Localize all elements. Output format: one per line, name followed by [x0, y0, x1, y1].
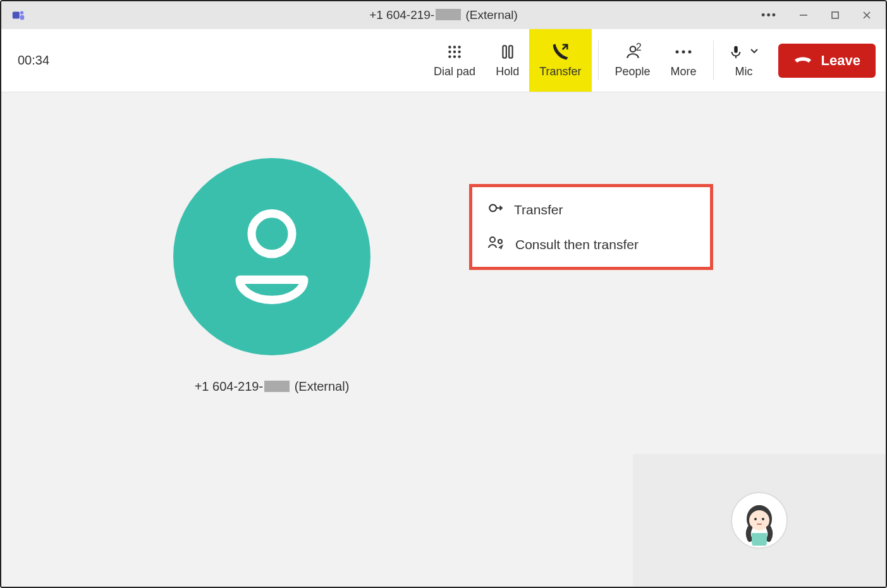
- svg-rect-16: [503, 46, 506, 58]
- people-count: 2: [636, 42, 642, 53]
- title-phone-prefix: +1 604-219-: [369, 8, 434, 21]
- more-icon: [674, 42, 693, 61]
- transfer-label: Transfer: [539, 65, 581, 78]
- svg-point-13: [448, 55, 451, 58]
- call-toolbar: 00:34 Dial pad Hold Transfer 2 People: [1, 29, 886, 92]
- call-stage: +1 604-219- (External) Transfer Consult …: [1, 92, 886, 587]
- remote-avatar: [173, 158, 370, 355]
- remote-participant: +1 604-219- (External): [173, 158, 370, 394]
- consult-icon: [487, 235, 505, 254]
- transfer-arrow-icon: [487, 200, 504, 219]
- mic-label: Mic: [735, 65, 753, 78]
- svg-point-9: [458, 46, 461, 48]
- svg-point-26: [489, 205, 496, 212]
- minimize-button[interactable]: [798, 10, 809, 20]
- maximize-button[interactable]: [830, 10, 840, 20]
- svg-point-32: [762, 518, 764, 520]
- close-button[interactable]: [862, 10, 872, 20]
- svg-point-19: [630, 46, 635, 52]
- svg-point-20: [676, 51, 679, 54]
- transfer-icon: [551, 42, 570, 61]
- titlebar: +1 604-219- (External) •••: [1, 1, 886, 29]
- dropdown-transfer-label: Transfer: [514, 202, 563, 217]
- dropdown-consult-label: Consult then transfer: [515, 237, 639, 252]
- hangup-icon: [793, 52, 812, 69]
- dropdown-item-consult[interactable]: Consult then transfer: [472, 227, 710, 262]
- svg-point-22: [688, 51, 692, 54]
- svg-rect-0: [13, 12, 20, 19]
- toolbar-divider: [598, 40, 599, 80]
- masked-digits: [436, 9, 461, 20]
- masked-digits: [264, 381, 290, 392]
- svg-point-27: [490, 237, 495, 242]
- svg-point-12: [458, 51, 461, 53]
- leave-button[interactable]: Leave: [778, 44, 876, 78]
- mic-chevron-icon[interactable]: [749, 46, 759, 59]
- svg-point-11: [453, 51, 456, 53]
- svg-rect-2: [20, 15, 24, 20]
- window-controls: •••: [761, 9, 886, 22]
- svg-rect-17: [509, 46, 512, 58]
- mic-button[interactable]: Mic: [720, 29, 768, 92]
- toolbar-divider-2: [713, 40, 714, 80]
- title-external-suffix: (External): [465, 8, 517, 21]
- more-button[interactable]: More: [661, 29, 707, 92]
- svg-point-7: [448, 46, 451, 48]
- hold-icon: [499, 42, 516, 61]
- svg-rect-23: [734, 46, 738, 53]
- people-label: People: [615, 65, 651, 78]
- hold-label: Hold: [496, 65, 519, 78]
- svg-point-21: [682, 51, 685, 54]
- svg-point-8: [453, 46, 456, 48]
- hold-button[interactable]: Hold: [486, 29, 529, 92]
- self-avatar: [731, 492, 788, 549]
- svg-point-10: [448, 51, 451, 53]
- transfer-dropdown: Transfer Consult then transfer: [469, 184, 713, 270]
- svg-rect-4: [832, 12, 838, 18]
- more-label: More: [671, 65, 697, 78]
- svg-point-31: [754, 518, 757, 520]
- leave-label: Leave: [821, 52, 860, 69]
- svg-point-28: [498, 240, 502, 243]
- self-video-tile[interactable]: [633, 454, 886, 587]
- svg-point-25: [252, 214, 292, 254]
- transfer-button[interactable]: Transfer: [529, 29, 591, 92]
- teams-app-icon: [11, 8, 25, 22]
- dialpad-icon: [446, 42, 463, 61]
- svg-point-15: [458, 55, 461, 58]
- participant-label: +1 604-219- (External): [173, 379, 370, 394]
- call-timer: 00:34: [18, 29, 94, 92]
- svg-point-1: [20, 11, 24, 15]
- more-options-icon[interactable]: •••: [761, 9, 777, 22]
- mic-icon: [729, 42, 743, 61]
- svg-point-14: [453, 55, 456, 58]
- participant-phone-prefix: +1 604-219-: [195, 379, 263, 393]
- participant-external-suffix: (External): [295, 379, 350, 393]
- window-title: +1 604-219- (External): [1, 8, 886, 22]
- dialpad-label: Dial pad: [434, 65, 475, 78]
- dialpad-button[interactable]: Dial pad: [424, 29, 486, 92]
- people-button[interactable]: 2 People: [605, 29, 661, 92]
- dropdown-item-transfer[interactable]: Transfer: [472, 192, 710, 227]
